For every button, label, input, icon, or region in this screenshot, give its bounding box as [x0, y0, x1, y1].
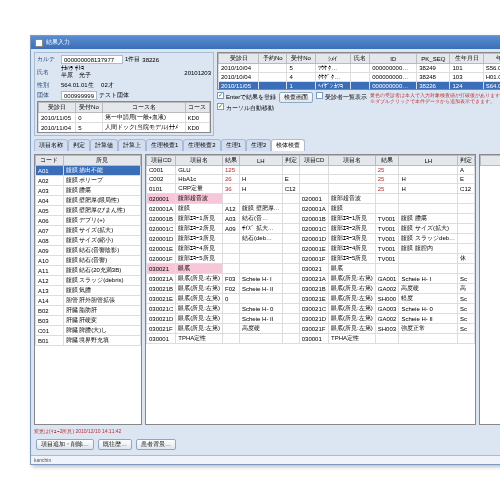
- result-row[interactable]: 030021F眼底(所見:左第)高度硬030021F眼底(所見:左第)SH003…: [147, 324, 475, 334]
- recv-row[interactable]: 2010/07/231【TEST】被交通(体)総合TX1: [39, 133, 210, 134]
- left-grid[interactable]: コード所見A01腹膜 描出不能A02腹膜 ポリープA03腹膜 腫瘍A04腹膜 壁…: [34, 154, 142, 425]
- finding-row[interactable]: A12腹膜 スラッジ(debris): [36, 276, 141, 286]
- opt-cursor[interactable]: カーソル自動移動: [217, 103, 276, 113]
- window-title: 結果入力: [46, 38, 70, 47]
- tab-0[interactable]: 項目名称: [34, 139, 68, 151]
- dantai-label: 団体: [37, 91, 59, 100]
- tab-8[interactable]: 検体検査: [271, 139, 305, 151]
- karte-label: カルテ: [37, 55, 59, 64]
- name-label: 氏名: [37, 68, 59, 77]
- sex-label: 性別: [37, 81, 59, 90]
- statusbar: kanchin: [31, 455, 500, 464]
- recv-row[interactable]: 2010/11/045人間ドック(当院モデル)ﾅﾅﾒKD0: [39, 123, 210, 133]
- birth: 564.01.01生: [61, 81, 94, 90]
- age: 02才: [101, 81, 114, 90]
- result-row[interactable]: 030021A眼底(所見:右第)F03Scheie H- I030021A眼底(…: [147, 274, 475, 284]
- recv-row[interactable]: 2010/11/050第一申請用(一般+血液)KD0: [39, 113, 210, 123]
- right-grid[interactable]: コード所見: [479, 154, 500, 425]
- rec-total: 38226: [142, 57, 159, 63]
- result-row[interactable]: 030021C眼底(所見:左第)Scheie H- 0030021C眼底(所見:…: [147, 304, 475, 314]
- dantai-nm: テスト団体: [99, 91, 129, 100]
- result-row[interactable]: C002HbA1c26HE25HE: [147, 175, 475, 184]
- tab-6[interactable]: 生理1: [221, 139, 246, 151]
- search-screen-button[interactable]: 検査画面: [279, 92, 313, 103]
- finding-row[interactable]: A02腹膜 ポリープ: [36, 176, 141, 186]
- result-row[interactable]: 030021B眼底(所見:右第)F02Scheie H- II030021B眼底…: [147, 284, 475, 294]
- warning-text: 黄色の受診者は本人で入力対象検査値が打破後があります。 ※ダブルクリックで本件デ…: [370, 92, 500, 104]
- finding-row[interactable]: A05腹膜 壁肥厚(びまん性): [36, 206, 141, 216]
- result-row[interactable]: 020001F腹部ｴｺｰ5所見020001F腹部ｴｺｰ5所見TV001休: [147, 254, 475, 264]
- finding-row[interactable]: A14胆管 肝外胆管拡張: [36, 296, 141, 306]
- finding-row[interactable]: A01腹膜 描出不能: [36, 166, 141, 176]
- finding-row[interactable]: A11腹膜 結石(20充満3B): [36, 266, 141, 276]
- recv-grid[interactable]: 受診日受付Noコース名コース2010/11/050第一申請用(一般+血液)KD0…: [37, 101, 211, 133]
- appt-row[interactable]: 2010/10/044ﾀｹﾀﾞ ﾀ…000000000…38248103H01.…: [219, 73, 501, 82]
- result-row[interactable]: 020001A腹膜A12腹膜 壁肥厚…020001A腹膜: [147, 204, 475, 214]
- result-row[interactable]: 030021D眼底(所見:左第)Scheie H- II030021D眼底(所見…: [147, 314, 475, 324]
- appt-grid[interactable]: 受診日予約No受付Noｼﾒｲ氏名IDPK_SEQ生年月日年齢性別コース2010/…: [217, 52, 500, 90]
- change-note: 変更は(ｷｭｰ2所見) 2010/12/10 14:11:42: [34, 428, 500, 434]
- result-row[interactable]: C001GLU12525A: [147, 166, 475, 175]
- result-row[interactable]: 020001C腹部ｴｺｰ2所見A09ｻｲｽﾞ 拡大…020001C腹部ｴｺｰ2所…: [147, 224, 475, 234]
- result-row[interactable]: 020001腹部超音波020001腹部超音波: [147, 194, 475, 204]
- result-row[interactable]: 030021E眼底(所見:左第)0030021E眼底(所見:左第)SH000軽度…: [147, 294, 475, 304]
- finding-row[interactable]: C01脾臓 脾腫(大)し: [36, 326, 141, 336]
- birth2: 20101203: [184, 70, 211, 76]
- result-row[interactable]: 020001D腹部ｴｺｰ3所見結石(deb…020001D腹部ｴｺｰ3所見TV0…: [147, 234, 475, 244]
- result-row[interactable]: 0101CRP定量36HC1225HC12: [147, 184, 475, 194]
- finding-row[interactable]: B03肝臓 肝硬変: [36, 316, 141, 326]
- finding-row[interactable]: A03腹膜 腫瘍: [36, 186, 141, 196]
- appt-row[interactable]: 2010/11/051ﾍｲｹﾞﾝ ｶﾂｺ000000000…38226124S6…: [219, 82, 501, 91]
- tab-7[interactable]: 生理2: [246, 139, 271, 151]
- finding-row[interactable]: A08腹膜 サイズ(縮小): [36, 236, 141, 246]
- footer-btn-2[interactable]: 患者背景…: [136, 439, 176, 450]
- result-row[interactable]: 030021眼底030021眼底: [147, 264, 475, 274]
- footer-buttons: 項目追加・削除…既往歴…患者背景…総合・所見…閉じる: [34, 437, 500, 452]
- result-row[interactable]: 030001TPHA定性030001TPHA定性: [147, 334, 475, 344]
- karte-field[interactable]: 000000008137977: [61, 55, 123, 64]
- tab-1[interactable]: 判定: [68, 139, 90, 151]
- footer-btn-0[interactable]: 項目追加・削除…: [36, 439, 94, 450]
- finding-row[interactable]: A04腹膜 壁肥厚(限局性): [36, 196, 141, 206]
- finding-row[interactable]: A13腹膜 気腫: [36, 286, 141, 296]
- result-row[interactable]: 020001E腹部ｴｺｰ4所見020001E腹部ｴｺｰ4所見TV001腹膜 腹腔…: [147, 244, 475, 254]
- tabstrip: 項目名称判定計算値計算上生理検査1生理検査2生理1生理2検体検査: [34, 139, 500, 151]
- footer-btn-1[interactable]: 既往歴…: [98, 439, 132, 450]
- finding-row[interactable]: B01脾臓 境界野充填: [36, 336, 141, 346]
- finding-row[interactable]: A07腹膜 サイズ(拡大): [36, 226, 141, 236]
- center-grid[interactable]: 項目CD項目名結果LH判定項目CD項目名結果LH判定C001GLU12525AC…: [145, 154, 476, 425]
- tab-4[interactable]: 生理検査1: [146, 139, 183, 151]
- name: 半原 光子: [61, 72, 91, 78]
- dantai-cd[interactable]: 000999999: [61, 91, 97, 100]
- result-row[interactable]: 020001B腹部ｴｺｰ1所見A03結石(音…020001B腹部ｴｺｰ1所見TV…: [147, 214, 475, 224]
- patient-panel: カルテ0000000081379771件目38226 氏名ﾅｶﾊﾗ ｻﾄｺ半原 …: [34, 52, 214, 136]
- tab-2[interactable]: 計算値: [90, 139, 118, 151]
- tab-5[interactable]: 生理検査2: [183, 139, 220, 151]
- app-icon: [35, 39, 43, 47]
- titlebar: 結果入力 _ □ ×: [31, 36, 500, 49]
- kana: ﾅｶﾊﾗ ｻﾄｺ: [61, 65, 84, 71]
- finding-row[interactable]: A10腹膜 結石(音響): [36, 256, 141, 266]
- finding-row[interactable]: A09腹膜 結石(音響陰影): [36, 246, 141, 256]
- rec-num: 1件目: [125, 55, 140, 64]
- opt-enter[interactable]: Enterで結果を登録: [217, 92, 276, 102]
- finding-row[interactable]: A06腹膜 デブリ(+): [36, 216, 141, 226]
- appt-row[interactable]: 2010/10/045ﾂｳｹ ﾀ…000000000…38249101S56.0…: [219, 64, 501, 73]
- finding-row[interactable]: B02肝臓 脂肪肝: [36, 306, 141, 316]
- opt-list[interactable]: 受診者一覧表示: [316, 92, 367, 102]
- tab-3[interactable]: 計算上: [118, 139, 146, 151]
